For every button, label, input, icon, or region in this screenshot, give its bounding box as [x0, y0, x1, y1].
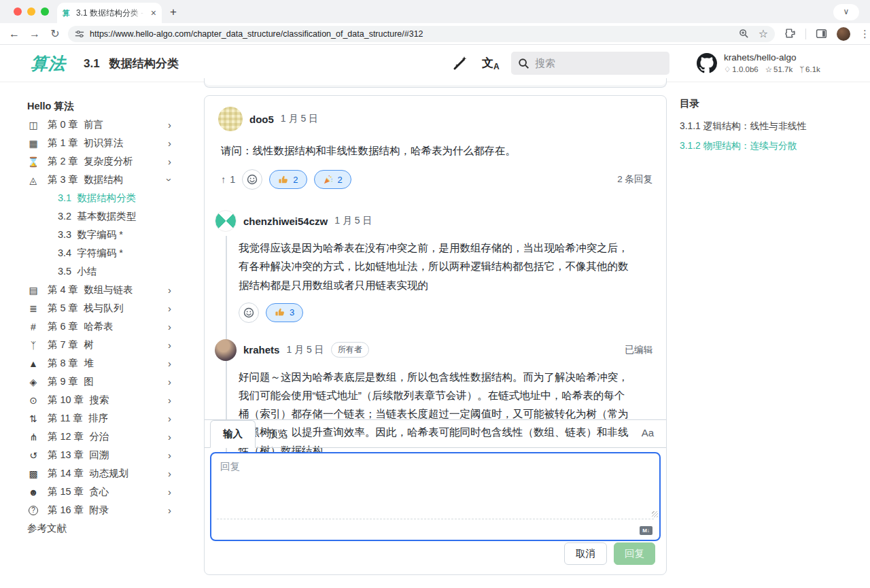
- sidebar-item-chapter-0[interactable]: ◫第 0 章 前言›: [27, 116, 204, 134]
- tab-write[interactable]: 输入: [210, 420, 256, 448]
- cancel-button[interactable]: 取消: [564, 542, 607, 565]
- comment-date[interactable]: 1 月 5 日: [281, 113, 318, 125]
- sidebar-subitem-3.4[interactable]: 3.4 字符编码 *: [27, 244, 204, 262]
- sidebar-item-chapter-6[interactable]: #第 6 章 哈希表›: [27, 317, 204, 336]
- chevron-right-icon[interactable]: ›: [168, 156, 171, 167]
- minimize-window-button[interactable]: [27, 7, 35, 16]
- reaction-pill-thumbs-up[interactable]: 3: [266, 303, 303, 322]
- sidebar-item-chapter-12[interactable]: ⋔第 12 章 分治›: [27, 428, 204, 446]
- url-text[interactable]: https://www.hello-algo.com/chapter_data_…: [90, 29, 739, 39]
- sidebar-subitem-3.3[interactable]: 3.3 数字编码 *: [27, 226, 204, 244]
- language-switch-icon[interactable]: 文A: [482, 55, 500, 71]
- chevron-right-icon[interactable]: ›: [168, 339, 171, 351]
- github-repo-card[interactable]: krahets/hello-algo ♢1.0.0b6 ☆51.7k ᛘ6.1k: [697, 52, 820, 74]
- browser-tab[interactable]: 算 3.1 数据结构分类 - Hello 算法 ×: [57, 3, 162, 23]
- chevron-right-icon[interactable]: ›: [168, 284, 171, 296]
- search-input[interactable]: 搜索: [511, 52, 669, 75]
- sidebar-item-chapter-4[interactable]: ▤第 4 章 数组与链表›: [27, 281, 204, 299]
- tab-search-chevron-icon[interactable]: ∨: [833, 4, 859, 20]
- tab-close-icon[interactable]: ×: [151, 7, 156, 18]
- chevron-right-icon[interactable]: ›: [168, 321, 171, 332]
- add-reaction-button[interactable]: [239, 302, 259, 323]
- close-window-button[interactable]: [14, 7, 22, 16]
- browser-titlebar: 算 3.1 数据结构分类 - Hello 算法 × + ∨: [0, 0, 870, 23]
- side-panel-icon[interactable]: [816, 28, 827, 39]
- chevron-right-icon[interactable]: ›: [168, 504, 171, 516]
- sidebar-item-label: 第 3 章 数据结构: [48, 173, 123, 186]
- reaction-pill-tada[interactable]: 2: [314, 170, 351, 189]
- chevron-right-icon[interactable]: ›: [168, 486, 171, 498]
- stack-icon: ≣: [27, 303, 39, 314]
- browser-profile-avatar[interactable]: [837, 27, 850, 41]
- add-reaction-button[interactable]: [242, 169, 262, 190]
- forward-button[interactable]: →: [24, 28, 45, 40]
- array-icon: ▤: [27, 285, 39, 296]
- reply-textarea[interactable]: 回复 M↓: [210, 452, 661, 541]
- sidebar-item-chapter-15[interactable]: ☻第 15 章 贪心›: [27, 483, 204, 501]
- sidebar-item-references[interactable]: 参考文献: [27, 519, 204, 538]
- repo-forks: ᛘ6.1k: [799, 65, 820, 73]
- sidebar-item-chapter-1[interactable]: ▦第 1 章 初识算法›: [27, 134, 204, 152]
- smiley-icon: [247, 174, 258, 185]
- theme-toggle-icon[interactable]: [452, 55, 468, 71]
- edited-label: 已编辑: [625, 344, 653, 356]
- chevron-right-icon[interactable]: ›: [168, 449, 171, 461]
- chevron-right-icon[interactable]: ›: [168, 394, 171, 406]
- chevron-down-icon[interactable]: ›: [164, 178, 175, 181]
- reply-date[interactable]: 1 月 5 日: [334, 215, 372, 227]
- chevron-right-icon[interactable]: ›: [168, 119, 171, 131]
- reply-author[interactable]: krahets: [243, 344, 279, 356]
- chevron-right-icon[interactable]: ›: [168, 468, 171, 479]
- hello-algo-logo[interactable]: 算法: [31, 52, 66, 75]
- avatar[interactable]: [218, 107, 243, 131]
- sidebar-item-chapter-9[interactable]: ◈第 9 章 图›: [27, 373, 204, 391]
- sidebar-item-chapter-5[interactable]: ≣第 5 章 栈与队列›: [27, 299, 204, 317]
- browser-menu-kebab-icon[interactable]: ⋮: [860, 28, 870, 40]
- extensions-puzzle-icon[interactable]: [784, 28, 796, 39]
- sidebar-subitem-3.1[interactable]: 3.1 数据结构分类: [27, 189, 204, 207]
- zoom-icon[interactable]: [739, 29, 749, 39]
- sidebar-item-chapter-10[interactable]: ⊙第 10 章 搜索›: [27, 391, 204, 409]
- tab-preview[interactable]: 预览: [256, 421, 300, 447]
- toc-item-0[interactable]: 3.1.1 逻辑结构：线性与非线性: [680, 116, 870, 136]
- reaction-count: 2: [293, 175, 298, 185]
- reply-author[interactable]: chenzhiwei54czw: [243, 215, 328, 227]
- comment-body: 请问：线性数据结构和非线性数据结构，哈希表为什么都存在。: [205, 131, 666, 160]
- sidebar-item-chapter-13[interactable]: ↺第 13 章 回溯›: [27, 446, 204, 464]
- comment-author[interactable]: doo5: [249, 114, 274, 125]
- shapes-icon: ◬: [27, 175, 39, 186]
- address-bar[interactable]: https://www.hello-algo.com/chapter_data_…: [68, 26, 775, 42]
- sidebar-item-chapter-7[interactable]: ᛉ第 7 章 树›: [27, 336, 204, 354]
- back-button[interactable]: ←: [4, 28, 24, 40]
- chevron-right-icon[interactable]: ›: [168, 431, 171, 443]
- chevron-right-icon[interactable]: ›: [168, 137, 171, 149]
- sidebar-item-chapter-14[interactable]: ▩第 14 章 动态规划›: [27, 464, 204, 483]
- submit-reply-button[interactable]: 回复: [614, 542, 655, 565]
- reply-date[interactable]: 1 月 5 日: [286, 344, 324, 356]
- sidebar-subitem-3.2[interactable]: 3.2 基本数据类型: [27, 207, 204, 226]
- avatar[interactable]: [215, 339, 237, 361]
- sidebar-item-label: 第 0 章 前言: [48, 118, 103, 131]
- tab-title: 3.1 数据结构分类 - Hello 算法: [76, 7, 144, 19]
- maximize-window-button[interactable]: [41, 7, 49, 16]
- sidebar-item-chapter-2[interactable]: ⌛第 2 章 复杂度分析›: [27, 152, 204, 171]
- text-format-button[interactable]: Aa: [642, 427, 654, 438]
- upvote-button[interactable]: ↑ 1: [221, 174, 235, 185]
- chevron-right-icon[interactable]: ›: [168, 358, 171, 369]
- chevron-right-icon[interactable]: ›: [168, 413, 171, 424]
- sidebar-item-chapter-16[interactable]: ?第 16 章 附录›: [27, 501, 204, 519]
- chevron-right-icon[interactable]: ›: [168, 376, 171, 387]
- sidebar-subitem-3.5[interactable]: 3.5 小结: [27, 262, 204, 281]
- toc-item-1[interactable]: 3.1.2 物理结构：连续与分散: [680, 136, 870, 156]
- chevron-right-icon[interactable]: ›: [168, 302, 171, 314]
- reaction-pill-thumbs-up[interactable]: 2: [269, 170, 307, 189]
- bookmark-star-icon[interactable]: ☆: [759, 27, 768, 40]
- new-tab-button[interactable]: +: [170, 5, 177, 19]
- avatar[interactable]: [215, 210, 237, 232]
- sidebar-item-chapter-11[interactable]: ⇅第 11 章 排序›: [27, 409, 204, 428]
- reload-button[interactable]: ↻: [45, 27, 65, 40]
- site-settings-icon[interactable]: [75, 29, 84, 39]
- resize-handle[interactable]: [652, 511, 658, 517]
- sidebar-item-chapter-8[interactable]: ▲第 8 章 堆›: [27, 354, 204, 373]
- sidebar-item-chapter-3[interactable]: ◬第 3 章 数据结构›: [27, 171, 204, 189]
